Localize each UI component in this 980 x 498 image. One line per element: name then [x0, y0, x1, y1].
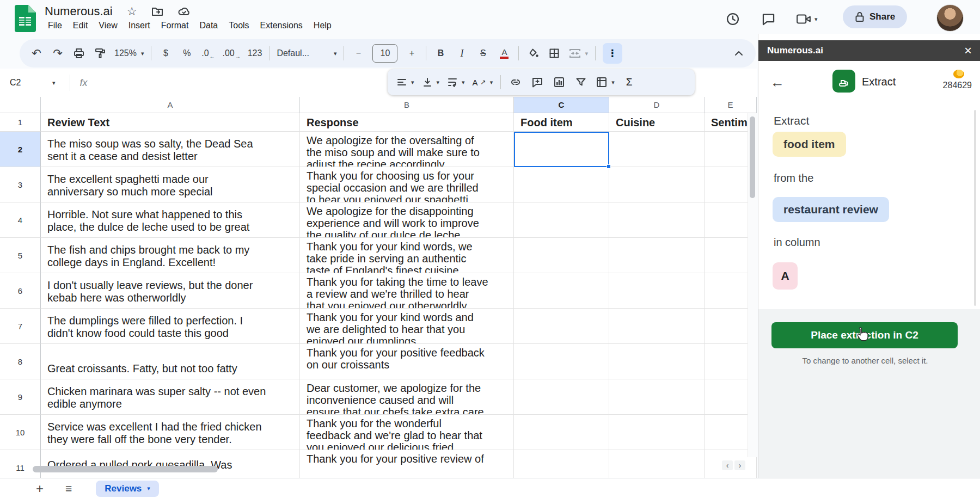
menu-insert[interactable]: Insert [123, 19, 156, 32]
all-sheets-button[interactable]: ≡ [65, 482, 72, 495]
cell-D11[interactable] [609, 450, 705, 478]
cell-C6[interactable] [514, 273, 609, 309]
cell-D1[interactable]: Cuisine [609, 113, 705, 132]
sidebar-close-icon[interactable]: × [964, 43, 972, 58]
row-header-3[interactable]: 3 [0, 167, 41, 202]
cell-B6[interactable]: Thank you for taking the time to leave a… [300, 273, 514, 309]
vertical-scroll-thumb[interactable] [750, 116, 755, 198]
fill-color-button[interactable] [526, 44, 540, 63]
column-chip[interactable]: A [773, 262, 798, 290]
source-chip[interactable]: restaurant review [773, 197, 889, 222]
cell-C5[interactable] [514, 238, 609, 273]
cell-D8[interactable] [609, 344, 705, 379]
cell-D9[interactable] [609, 379, 705, 415]
cell-A8[interactable]: Great croissants. Fatty, but not too fat… [41, 344, 300, 379]
cell-B3[interactable]: Thank you for choosing us for your speci… [300, 167, 514, 202]
meet-video-icon[interactable]: ▾ [796, 12, 818, 26]
cell-B2[interactable]: We apologize for the oversalting of the … [300, 132, 514, 167]
bold-button[interactable]: B [433, 44, 448, 63]
strikethrough-button[interactable]: S [476, 44, 490, 63]
document-title[interactable]: Numerous.ai [45, 4, 113, 19]
row-header-7[interactable]: 7 [0, 309, 41, 344]
decrease-decimal-button[interactable]: .0← [201, 44, 215, 63]
cell-D2[interactable] [609, 132, 705, 167]
sheet-tab-reviews[interactable]: Reviews ▾ [96, 481, 159, 497]
cell-D7[interactable] [609, 309, 705, 344]
sheets-logo-icon[interactable] [14, 5, 36, 32]
cell-B5[interactable]: Thank you for your kind words, we take p… [300, 238, 514, 273]
menu-tools[interactable]: Tools [223, 19, 254, 32]
font-select[interactable]: Defaul...▾ [277, 44, 336, 63]
column-header-A[interactable]: A [41, 97, 300, 113]
increase-font-size-button[interactable]: + [405, 44, 419, 63]
merge-caret-icon[interactable]: ▾ [585, 50, 588, 57]
toolbar-more-button[interactable]: ⋮ [603, 43, 622, 64]
cell-B9[interactable]: Dear customer, we apologize for the inco… [300, 379, 514, 415]
insert-comment-button[interactable] [530, 73, 544, 91]
insert-chart-button[interactable] [552, 73, 566, 91]
cell-A10[interactable]: Service was excellent I had the fried ch… [41, 415, 300, 450]
cell-C1[interactable]: Food item [514, 113, 609, 132]
column-header-B[interactable]: B [300, 97, 514, 113]
number-format-button[interactable]: 123 [248, 44, 262, 63]
cell-C9[interactable] [514, 379, 609, 415]
star-icon[interactable]: ☆ [127, 5, 137, 18]
cell-D10[interactable] [609, 415, 705, 450]
vertical-align-button[interactable]: ▾ [422, 73, 440, 91]
menu-file[interactable]: File [42, 19, 68, 32]
row-header-6[interactable]: 6 [0, 273, 41, 309]
column-header-E[interactable]: E [705, 97, 757, 113]
cell-A1[interactable]: Review Text [41, 113, 300, 132]
cell-D3[interactable] [609, 167, 705, 202]
vertical-scrollbar[interactable] [748, 113, 757, 457]
cell-C7[interactable] [514, 309, 609, 344]
row-header-5[interactable]: 5 [0, 238, 41, 273]
name-box-caret-icon[interactable]: ▾ [52, 79, 56, 87]
version-history-icon[interactable] [725, 11, 740, 27]
cell-D4[interactable] [609, 202, 705, 238]
create-filter-button[interactable] [574, 73, 588, 91]
collapse-toolbar-button[interactable] [732, 44, 746, 63]
undo-button[interactable]: ↶ [29, 44, 44, 63]
cloud-status-icon[interactable] [177, 5, 191, 17]
cell-C11[interactable] [514, 450, 609, 478]
fill-handle[interactable] [607, 164, 611, 169]
cell-C10[interactable] [514, 415, 609, 450]
cell-C3[interactable] [514, 167, 609, 202]
cell-A7[interactable]: The dumplings were filled to perfection.… [41, 309, 300, 344]
format-currency-button[interactable]: $ [158, 44, 173, 63]
cell-A2[interactable]: The miso soup was so salty, the Dead Sea… [41, 132, 300, 167]
borders-button[interactable] [547, 44, 561, 63]
cell-A11[interactable]: Ordered a pulled pork quesadilla. Was [41, 450, 300, 478]
row-header-1[interactable]: 1 [0, 113, 41, 132]
cell-B11[interactable]: Thank you for your positive review of [300, 450, 514, 478]
menu-format[interactable]: Format [156, 19, 194, 32]
cell-C4[interactable] [514, 202, 609, 238]
print-button[interactable] [72, 44, 86, 63]
sheet-tab-caret-icon[interactable]: ▾ [147, 485, 150, 492]
pivot-table-button[interactable]: ▾ [596, 73, 615, 91]
column-header-C[interactable]: C [514, 97, 609, 113]
cell-B8[interactable]: Thank you for your positive feedback on … [300, 344, 514, 379]
row-header-2[interactable]: 2 [0, 132, 41, 167]
cell-A5[interactable]: The fish and chips brought me back to my… [41, 238, 300, 273]
share-button[interactable]: Share [843, 5, 907, 28]
format-percent-button[interactable]: % [180, 44, 194, 63]
menu-edit[interactable]: Edit [68, 19, 94, 32]
sidebar-scrollbar[interactable] [974, 110, 976, 306]
italic-button[interactable]: I [455, 44, 469, 63]
cell-A4[interactable]: Horrible. Not sure what happened to this… [41, 202, 300, 238]
horizontal-scroll-thumb[interactable] [33, 466, 218, 472]
zoom-select[interactable]: 125%▾ [114, 44, 144, 63]
text-rotation-button[interactable]: A↗▾ [473, 73, 493, 91]
cell-A3[interactable]: The excellent spaghetti made our anniver… [41, 167, 300, 202]
cell-A9[interactable]: Chicken marinara was super salty -- not … [41, 379, 300, 415]
avatar[interactable] [936, 4, 964, 32]
text-wrap-button[interactable]: ▾ [447, 73, 465, 91]
redo-button[interactable]: ↷ [51, 44, 65, 63]
scroll-left-button[interactable]: ‹ [722, 460, 733, 470]
column-header-D[interactable]: D [609, 97, 705, 113]
cell-B10[interactable]: Thank you for the wonderful feedback and… [300, 415, 514, 450]
decrease-font-size-button[interactable]: − [351, 44, 365, 63]
menu-view[interactable]: View [93, 19, 122, 32]
